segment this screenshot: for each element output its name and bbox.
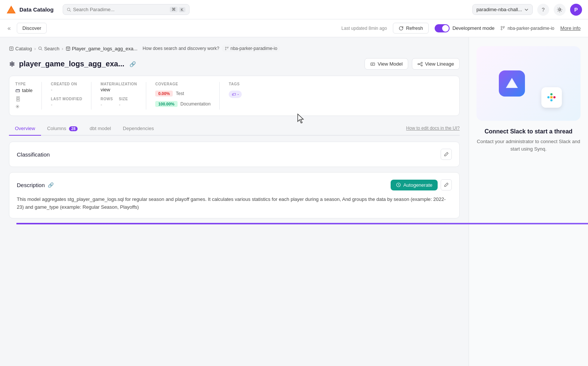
page-icon: ❄ [9, 60, 15, 69]
settings-button[interactable] [554, 4, 566, 16]
breadcrumb-search[interactable]: Search [38, 46, 59, 51]
slack-logo-icon [546, 92, 558, 104]
rows-value: - [100, 102, 113, 107]
refresh-button[interactable]: Refresh [393, 23, 429, 34]
description-edit-button[interactable] [441, 179, 452, 190]
meta-db-icon: 🗄 [15, 96, 32, 102]
size-label: SIZE [119, 97, 128, 101]
app-title: Data Catalog [19, 6, 54, 13]
svg-point-7 [501, 29, 502, 30]
view-lineage-button[interactable]: View Lineage [412, 58, 460, 70]
branch-info: nba-parker-paradime-io [500, 26, 554, 31]
meta-rows-size: ROWS - SIZE - [100, 97, 137, 107]
description-edit-icon [444, 182, 449, 187]
main-layout: Catalog › Search › Player_game_logs_agg_… [0, 37, 588, 366]
discover-button[interactable]: Discover [17, 23, 47, 34]
materialization-value: view [100, 87, 137, 92]
meta-type-section: TYPE 🗃 table 🗄 ✳ [15, 82, 32, 110]
svg-point-16 [225, 47, 226, 48]
coverage-test-badge: 0.00% [155, 91, 173, 97]
lineage-icon [417, 61, 423, 67]
avatar[interactable]: P [570, 4, 582, 16]
branch-badge-text: nba-parker-paradime-io [231, 46, 277, 51]
coverage-label: COVERAGE [155, 82, 210, 86]
paradime-logo [499, 70, 525, 97]
view-model-button[interactable]: View Model [365, 58, 408, 70]
view-model-label: View Model [378, 61, 403, 67]
meta-created: CREATED ON - [51, 82, 82, 92]
collapse-sidebar-button[interactable]: « [7, 25, 11, 32]
tab-columns[interactable]: Columns 28 [41, 122, 84, 136]
description-card: Description 🔗 Autogenerate [9, 172, 460, 218]
how-search-works-link[interactable]: How does search and discovery work? [143, 46, 219, 51]
tabs: Overview Columns 28 dbt model Dependenci… [9, 122, 460, 136]
svg-rect-32 [550, 96, 553, 98]
meta-rows: ROWS - [100, 97, 113, 107]
discover-label: Discover [22, 25, 41, 31]
how-to-edit-link[interactable]: How to edit docs in the UI? [406, 122, 460, 135]
description-title-group: Description 🔗 [17, 182, 54, 188]
last-modified-value: - [51, 102, 82, 107]
tag-badge: 🏷 - [229, 91, 242, 98]
autogen-icon [396, 182, 401, 187]
table-icon: 🗃 [15, 88, 20, 93]
dev-mode-toggle[interactable] [435, 24, 450, 32]
slack-logo [541, 87, 562, 108]
meta-divider-1 [41, 82, 42, 110]
shortcut-key1: ⌘ [170, 7, 178, 12]
meta-size: SIZE - [119, 97, 128, 107]
breadcrumb-current: Player_game_logs_agg_exa... [66, 46, 138, 51]
page-header: ❄ player_game_logs_agg_exa... 🔗 View Mod… [9, 58, 460, 70]
rows-label: ROWS [100, 97, 113, 101]
global-search[interactable]: ⌘ K [63, 4, 190, 15]
model-icon [370, 61, 375, 67]
dev-mode-toggle-wrap: Development mode [435, 24, 495, 32]
tab-dependencies[interactable]: Dependencies [117, 122, 160, 136]
created-value: - [51, 87, 82, 92]
view-lineage-label: View Lineage [425, 61, 454, 67]
svg-line-26 [419, 64, 421, 65]
last-updated-text: Last updated 8min ago [341, 26, 387, 31]
materialization-label: MATERIALIZATION [100, 82, 137, 86]
meta-divider-3 [146, 82, 146, 110]
meta-mat-col: MATERIALIZATION view ROWS - SIZE - [100, 82, 137, 110]
shortcut-key2: K [179, 7, 185, 12]
svg-line-3 [69, 10, 71, 12]
svg-point-22 [418, 63, 419, 65]
svg-point-5 [501, 26, 502, 28]
coverage-doc-badge: 100.00% [155, 101, 177, 107]
refresh-label: Refresh [406, 25, 423, 31]
svg-line-25 [419, 63, 421, 64]
link-icon[interactable]: 🔗 [129, 61, 136, 67]
meta-coverage-col: COVERAGE 0.00% Test 100.00% Documentatio… [155, 82, 210, 110]
autogenerate-label: Autogenerate [403, 182, 432, 188]
logo: Data Catalog [6, 4, 54, 15]
workspace-selector[interactable]: paradime-nba-chall... [472, 4, 533, 15]
more-info-link[interactable]: More info [560, 25, 581, 31]
integration-banner [476, 46, 581, 121]
right-panel: Connect Slack to start a thread Contact … [469, 37, 588, 366]
autogenerate-button[interactable]: Autogenerate [391, 180, 438, 190]
branch-badge: nba-parker-paradime-io [222, 45, 280, 52]
git-branch-icon [500, 26, 505, 31]
nav-right: paradime-nba-chall... ? P [472, 4, 582, 16]
meta-snowflake-icon: ✳ [15, 104, 32, 110]
description-text: This model aggregates stg_player_game_lo… [17, 196, 452, 211]
breadcrumb-catalog[interactable]: Catalog [9, 46, 32, 51]
classification-edit-button[interactable] [441, 149, 452, 160]
tab-dbt-model[interactable]: dbt model [84, 122, 117, 136]
second-toolbar: « Discover Last updated 8min ago Refresh… [0, 19, 588, 37]
workspace-name: paradime-nba-chall... [476, 7, 522, 12]
svg-point-17 [228, 47, 228, 48]
refresh-icon [398, 26, 404, 31]
tab-overview[interactable]: Overview [9, 122, 41, 136]
classification-header: Classification [17, 149, 452, 160]
dev-mode-label: Development mode [453, 25, 495, 31]
help-button[interactable]: ? [537, 4, 549, 16]
search-input[interactable] [73, 7, 168, 12]
meta-divider-4 [219, 82, 220, 110]
coverage-test-row: 0.00% Test [155, 91, 210, 97]
svg-rect-30 [547, 96, 550, 98]
description-link-icon[interactable]: 🔗 [48, 182, 54, 188]
tag-icon: 🏷 [232, 92, 236, 97]
